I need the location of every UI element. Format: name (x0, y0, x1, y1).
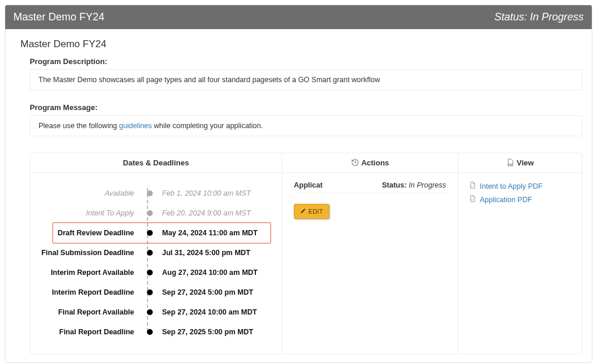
timeline-label: Final Submission Deadline (36, 249, 140, 257)
actions-app-label: Application (294, 181, 323, 189)
svg-rect-2 (470, 199, 474, 201)
pdf-link[interactable]: Intent to Apply PDF (469, 181, 571, 191)
timeline-dot-icon (147, 190, 153, 196)
topbar-status-value: In Progress (530, 11, 584, 23)
program-message-prefix: Please use the following (38, 122, 119, 130)
timeline-label: Intent To Apply (36, 209, 140, 217)
actions-header-text: Actions (361, 158, 389, 167)
timeline-date: May 24, 2024 11:00 am MDT (162, 229, 258, 237)
timeline-label: Available (36, 189, 140, 197)
timeline-date: Feb 1, 2024 10:00 am MST (162, 189, 251, 197)
pdf-header-icon: PDF (506, 158, 514, 167)
svg-rect-1 (470, 186, 474, 188)
actions-status-label: Status: (382, 181, 406, 189)
timeline-date: Jul 31, 2024 5:00 pm MDT (162, 249, 250, 257)
svg-text:PDF: PDF (508, 164, 513, 166)
timeline-dot-icon (147, 309, 153, 315)
actions-status: Status: In Progress (382, 181, 446, 189)
pencil-icon (300, 208, 306, 215)
topbar: Master Demo FY24 Status: In Progress (5, 5, 592, 29)
timeline-row: Final Report DeadlineSep 27, 2025 5:00 p… (36, 322, 276, 342)
actions-body: Application Status: In Progress EDIT (282, 173, 458, 227)
timeline-row: Final Submission DeadlineJul 31, 2024 5:… (36, 243, 276, 263)
actions-status-value: In Progress (409, 181, 446, 189)
timeline: AvailableFeb 1, 2024 10:00 am MSTIntent … (30, 173, 282, 344)
timeline-label: Draft Review Deadline (36, 229, 140, 237)
body-area: Master Demo FY24 Program Description: Th… (5, 29, 592, 362)
pdf-file-icon (469, 181, 476, 191)
program-description-text: The Master Demo showcases all page types… (38, 76, 380, 84)
pdf-link-label: Application PDF (480, 196, 532, 204)
program-description-box: The Master Demo showcases all page types… (30, 69, 582, 90)
timeline-row: Interim Report AvailableAug 27, 2024 10:… (36, 263, 276, 282)
timeline-label: Final Report Deadline (36, 328, 140, 336)
guidelines-link[interactable]: guidelines (119, 122, 152, 130)
program-message-box: Please use the following guidelines whil… (30, 115, 582, 136)
timeline-dot-icon (147, 250, 153, 256)
timeline-date: Feb 20, 2024 9:00 am MST (162, 209, 251, 217)
pdf-file-icon (469, 195, 476, 204)
timeline-dot-icon (147, 210, 153, 216)
dates-column: Dates & Deadlines AvailableFeb 1, 2024 1… (30, 153, 282, 354)
timeline-dot-icon (147, 289, 153, 295)
timeline-date: Sep 27, 2024 10:00 am MDT (162, 308, 257, 316)
view-body: Intent to Apply PDFApplication PDF (458, 173, 582, 216)
timeline-date: Sep 27, 2024 5:00 pm MDT (162, 288, 253, 296)
history-icon (351, 158, 359, 167)
timeline-label: Final Report Available (36, 308, 140, 316)
timeline-date: Sep 27, 2025 5:00 pm MDT (162, 328, 253, 336)
timeline-dot-icon (147, 270, 153, 275)
three-column-panel: Dates & Deadlines AvailableFeb 1, 2024 1… (30, 153, 582, 354)
pdf-link-label: Intent to Apply PDF (480, 182, 543, 190)
timeline-dot-icon (147, 230, 153, 236)
page-container: Master Demo FY24 Status: In Progress Mas… (5, 5, 592, 363)
program-description-label: Program Description: (30, 57, 582, 66)
timeline-date: Aug 27, 2024 10:00 am MDT (162, 268, 258, 277)
view-column-header: PDF View (458, 153, 582, 173)
dates-column-header: Dates & Deadlines (30, 153, 282, 173)
actions-column-header: Actions (282, 153, 458, 173)
pdf-link[interactable]: Application PDF (469, 195, 571, 204)
actions-column: Actions Application Status: In Progress (282, 153, 458, 354)
view-column: PDF View Intent to Apply PDFApplication … (458, 153, 582, 354)
view-header-text: View (517, 158, 533, 167)
edit-button-label: EDIT (308, 208, 323, 215)
timeline-row: Interim Report DeadlineSep 27, 2024 5:00… (36, 282, 276, 302)
timeline-row: AvailableFeb 1, 2024 10:00 am MST (36, 183, 276, 203)
topbar-status: Status: In Progress (494, 11, 584, 23)
topbar-status-label: Status: (494, 11, 527, 23)
topbar-title: Master Demo FY24 (13, 11, 104, 23)
timeline-row: Intent To ApplyFeb 20, 2024 9:00 am MST (36, 203, 276, 223)
timeline-label: Interim Report Available (36, 268, 140, 277)
program-message-suffix: while completing your application. (152, 122, 263, 130)
actions-status-row: Application Status: In Progress (294, 181, 446, 193)
timeline-label: Interim Report Deadline (36, 288, 140, 296)
timeline-row: Draft Review DeadlineMay 24, 2024 11:00 … (36, 223, 276, 243)
page-title: Master Demo FY24 (20, 38, 582, 50)
edit-button[interactable]: EDIT (294, 204, 329, 219)
timeline-dot-icon (147, 329, 153, 335)
timeline-row: Final Report AvailableSep 27, 2024 10:00… (36, 302, 276, 322)
program-message-label: Program Message: (30, 103, 582, 112)
